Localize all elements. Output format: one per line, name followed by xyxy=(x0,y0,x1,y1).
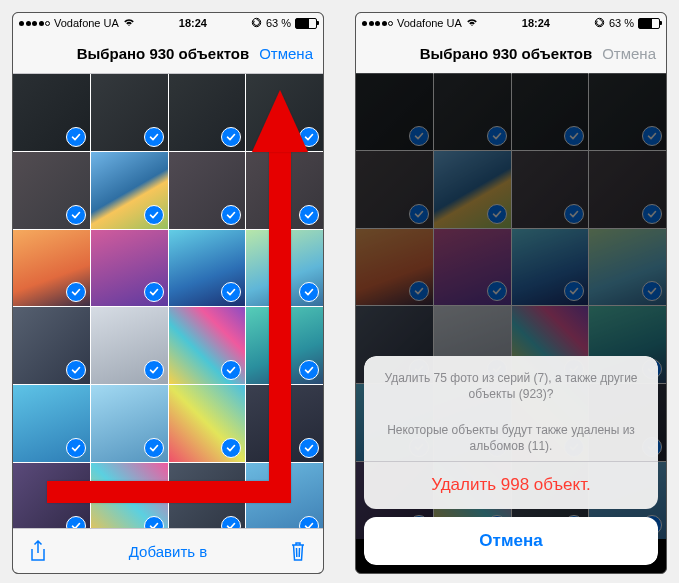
selection-checkmark-icon xyxy=(299,127,319,147)
photo-thumbnail[interactable] xyxy=(169,385,246,462)
photo-thumbnail[interactable] xyxy=(91,74,168,151)
status-bar: Vodafone UA 18:24 63 % xyxy=(13,13,323,33)
selection-checkmark-icon xyxy=(221,127,241,147)
selection-checkmark-icon xyxy=(144,205,164,225)
photo-thumbnail[interactable] xyxy=(169,152,246,229)
selection-count-title: Выбрано 930 объектов xyxy=(77,45,250,62)
photo-thumbnail[interactable] xyxy=(246,152,323,229)
clock-label: 18:24 xyxy=(522,17,550,29)
carrier-label: Vodafone UA xyxy=(397,17,462,29)
photo-thumbnail[interactable] xyxy=(246,230,323,307)
selection-checkmark-icon xyxy=(144,360,164,380)
photo-thumbnail[interactable] xyxy=(91,230,168,307)
status-bar: Vodafone UA 18:24 63 % xyxy=(356,13,666,33)
photo-thumbnail[interactable] xyxy=(13,385,90,462)
battery-pct-label: 63 % xyxy=(609,17,634,29)
photo-thumbnail[interactable] xyxy=(91,385,168,462)
nav-bar: Выбрано 930 объектов Отмена xyxy=(356,33,666,74)
action-sheet: Удалить 75 фото из серий (7), а также др… xyxy=(364,356,658,509)
selection-checkmark-icon xyxy=(144,282,164,302)
alert-message-line1: Удалить 75 фото из серий (7), а также др… xyxy=(364,356,658,408)
selection-checkmark-icon xyxy=(66,360,86,380)
add-to-button[interactable]: Добавить в xyxy=(129,543,207,560)
selection-checkmark-icon xyxy=(66,127,86,147)
trash-button[interactable] xyxy=(287,540,309,562)
photo-thumbnail[interactable] xyxy=(246,74,323,151)
alert-message-line2: Некоторые объекты будут также удалены из… xyxy=(364,408,658,460)
selection-count-title: Выбрано 930 объектов xyxy=(420,45,593,62)
battery-icon xyxy=(295,18,317,29)
photo-grid[interactable] xyxy=(13,74,323,540)
photo-thumbnail[interactable] xyxy=(91,152,168,229)
clock-label: 18:24 xyxy=(179,17,207,29)
delete-confirm-button[interactable]: Удалить 998 объект. xyxy=(364,461,658,509)
battery-pct-label: 63 % xyxy=(266,17,291,29)
photo-thumbnail[interactable] xyxy=(169,230,246,307)
carrier-label: Vodafone UA xyxy=(54,17,119,29)
cancel-button[interactable]: Отмена xyxy=(259,45,313,62)
signal-strength-icon xyxy=(362,21,393,26)
battery-icon xyxy=(638,18,660,29)
wifi-icon xyxy=(466,17,478,29)
selection-checkmark-icon xyxy=(144,438,164,458)
selection-checkmark-icon xyxy=(299,205,319,225)
photo-thumbnail[interactable] xyxy=(13,152,90,229)
toolbar: Добавить в xyxy=(13,528,323,573)
rotation-lock-icon xyxy=(594,17,605,30)
photo-thumbnail[interactable] xyxy=(13,230,90,307)
photo-thumbnail[interactable] xyxy=(13,74,90,151)
selection-checkmark-icon xyxy=(66,205,86,225)
action-sheet-cancel-button[interactable]: Отмена xyxy=(364,517,658,565)
selection-checkmark-icon xyxy=(221,438,241,458)
photo-thumbnail[interactable] xyxy=(246,385,323,462)
photo-thumbnail[interactable] xyxy=(169,307,246,384)
selection-checkmark-icon xyxy=(144,127,164,147)
phone-screenshot-left: Vodafone UA 18:24 63 % Выбрано 930 объек… xyxy=(12,12,324,574)
selection-checkmark-icon xyxy=(299,438,319,458)
share-button[interactable] xyxy=(27,540,49,562)
wifi-icon xyxy=(123,17,135,29)
rotation-lock-icon xyxy=(251,17,262,30)
photo-thumbnail[interactable] xyxy=(91,307,168,384)
share-icon xyxy=(29,540,47,562)
selection-checkmark-icon xyxy=(66,438,86,458)
photo-thumbnail[interactable] xyxy=(13,307,90,384)
selection-checkmark-icon xyxy=(66,282,86,302)
selection-checkmark-icon xyxy=(299,360,319,380)
trash-icon xyxy=(289,540,307,562)
phone-screenshot-right: Vodafone UA 18:24 63 % Выбрано 930 объек… xyxy=(355,12,667,574)
cancel-button[interactable]: Отмена xyxy=(602,45,656,62)
action-sheet-overlay: Удалить 75 фото из серий (7), а также др… xyxy=(356,73,666,573)
selection-checkmark-icon xyxy=(221,205,241,225)
photo-thumbnail[interactable] xyxy=(246,307,323,384)
signal-strength-icon xyxy=(19,21,50,26)
nav-bar: Выбрано 930 объектов Отмена xyxy=(13,33,323,74)
photo-thumbnail[interactable] xyxy=(169,74,246,151)
